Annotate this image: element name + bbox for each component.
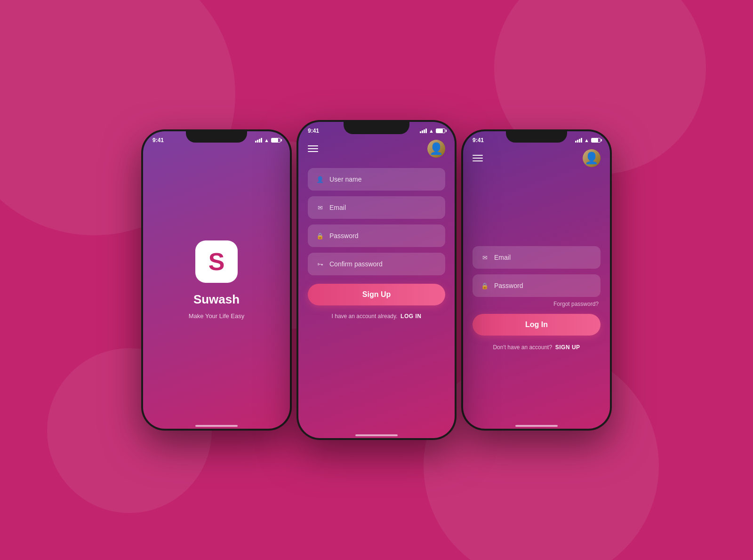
phones-container: 9:41 ▲	[141, 120, 612, 440]
status-icons-1: ▲	[255, 137, 280, 143]
home-indicator-3	[515, 425, 558, 427]
person-icon: 👤	[315, 175, 325, 184]
login-link[interactable]: LOG IN	[401, 313, 421, 320]
status-time-2: 9:41	[308, 128, 319, 134]
status-icons-2: ▲	[420, 128, 445, 134]
no-account-label: Don't have an account?	[493, 344, 552, 351]
phone-signup: 9:41 ▲	[296, 120, 457, 440]
status-time-3: 9:41	[473, 137, 484, 144]
login-password-field[interactable]: 🔒 Password	[473, 274, 601, 297]
phone-login: 9:41 ▲	[461, 129, 612, 431]
app-nav-3	[463, 145, 610, 173]
user-avatar-2[interactable]	[427, 140, 445, 158]
email-icon: ✉	[315, 203, 325, 212]
phone-3-inner: 9:41 ▲	[463, 131, 610, 429]
login-password-placeholder: Password	[494, 282, 523, 289]
wifi-icon-2: ▲	[429, 128, 434, 134]
hamburger-line	[308, 148, 318, 149]
have-account-text: I have an account already. LOG IN	[308, 313, 445, 320]
confirm-password-placeholder: Confirm password	[329, 260, 383, 268]
wifi-icon-3: ▲	[584, 137, 589, 143]
signup-screen: 9:41 ▲	[298, 122, 455, 438]
email-placeholder: Email	[329, 204, 346, 211]
login-email-placeholder: Email	[494, 254, 511, 261]
login-screen: 9:41 ▲	[463, 131, 610, 429]
hamburger-button-2[interactable]	[308, 145, 318, 152]
status-time-1: 9:41	[152, 137, 164, 144]
signal-icon-1	[255, 138, 262, 143]
home-indicator-2	[355, 434, 398, 436]
email-icon-login: ✉	[480, 253, 489, 262]
phone-2-inner: 9:41 ▲	[298, 122, 455, 438]
battery-icon-2	[436, 128, 445, 133]
login-email-field[interactable]: ✉ Email	[473, 246, 601, 269]
signal-icon-2	[420, 128, 427, 133]
email-field[interactable]: ✉ Email	[308, 196, 445, 219]
password-placeholder: Password	[329, 232, 358, 240]
user-avatar-3[interactable]	[583, 149, 601, 167]
hamburger-line	[473, 155, 483, 156]
battery-icon-3	[591, 138, 601, 143]
app-tagline: Make Your Life Easy	[189, 312, 245, 320]
notch-1	[186, 129, 247, 143]
splash-screen: 9:41 ▲	[143, 131, 290, 429]
have-account-label: I have an account already.	[332, 313, 398, 320]
login-form-area: ✉ Email 🔒 Password Forgot password? Log …	[463, 173, 610, 429]
status-icons-3: ▲	[575, 137, 601, 143]
username-placeholder: User name	[329, 176, 361, 183]
notch-3	[506, 129, 567, 143]
hamburger-line	[473, 160, 483, 161]
lock-icon-login: 🔒	[480, 281, 489, 290]
confirm-password-field[interactable]: 🗝 Confirm password	[308, 253, 445, 275]
forgot-password-link[interactable]: Forgot password?	[473, 301, 601, 307]
hamburger-line	[308, 145, 318, 146]
avatar-image-3	[583, 149, 601, 167]
app-logo: S	[195, 240, 238, 283]
signup-form: 👤 User name ✉ Email 🔒 Password	[298, 163, 455, 438]
key-icon: 🗝	[315, 259, 325, 269]
app-title: Suwash	[193, 292, 240, 307]
phone-splash: 9:41 ▲	[141, 129, 292, 431]
hamburger-button-3[interactable]	[473, 155, 483, 161]
phone-1-inner: 9:41 ▲	[143, 131, 290, 429]
username-field[interactable]: 👤 User name	[308, 168, 445, 191]
signal-icon-3	[575, 138, 582, 143]
notch-2	[344, 120, 409, 134]
wifi-icon-1: ▲	[264, 137, 269, 143]
logo-letter: S	[208, 248, 225, 276]
home-indicator-1	[195, 425, 238, 427]
password-field[interactable]: 🔒 Password	[308, 224, 445, 247]
battery-icon-1	[271, 138, 280, 143]
signup-button[interactable]: Sign Up	[308, 284, 445, 305]
app-nav-2	[298, 136, 455, 163]
signup-link[interactable]: SIGN UP	[555, 344, 580, 351]
avatar-image-2	[427, 140, 445, 158]
hamburger-line	[473, 158, 483, 159]
hamburger-line	[308, 151, 318, 152]
no-account-text: Don't have an account? SIGN UP	[473, 344, 601, 351]
login-button[interactable]: Log In	[473, 314, 601, 336]
lock-icon: 🔒	[315, 231, 325, 240]
